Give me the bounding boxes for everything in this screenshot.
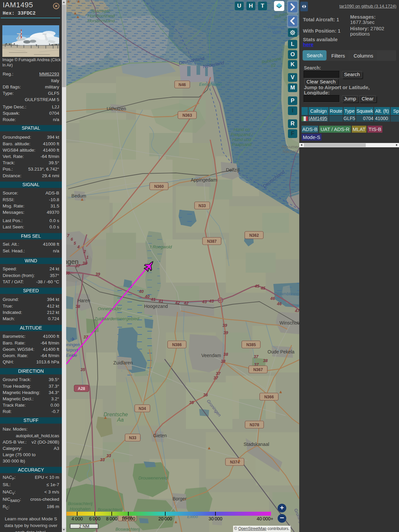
svg-text:N386: N386 <box>172 342 182 347</box>
svg-text:36: 36 <box>203 393 208 397</box>
svg-text:N360: N360 <box>154 184 164 189</box>
svg-text:Winschoten: Winschoten <box>279 320 299 326</box>
svg-text:45: 45 <box>254 284 260 289</box>
svg-text:Horsbornzand: Horsbornzand <box>87 13 115 18</box>
svg-text:2: 2 <box>83 249 86 254</box>
svg-text:46: 46 <box>270 296 275 301</box>
svg-text:N34: N34 <box>139 406 146 411</box>
svg-text:39: 39 <box>223 331 228 335</box>
svg-text:Oude Pekela: Oude Pekela <box>268 349 295 354</box>
svg-text:1: 1 <box>86 255 89 260</box>
svg-text:Oldambtmeer: Oldambtmeer <box>274 291 299 296</box>
svg-text:Paapzand /: Paapzand / <box>231 132 253 137</box>
svg-text:Drentsche: Drentsche <box>104 412 128 417</box>
svg-text:Paapsand: Paapsand <box>232 142 252 147</box>
svg-text:37: 37 <box>216 371 221 376</box>
svg-text:ngen: ngen <box>66 258 78 265</box>
svg-text:Uithuizen: Uithuizen <box>107 106 126 111</box>
svg-text:N385: N385 <box>246 342 256 347</box>
svg-text:N33: N33 <box>129 436 136 440</box>
svg-text:Bedum: Bedum <box>71 193 86 199</box>
svg-text:Rysumer: Rysumer <box>282 144 299 149</box>
svg-text:Borger: Borger <box>173 496 187 501</box>
svg-text:Boswachterij: Boswachterij <box>97 507 122 512</box>
svg-text:Hoogezand: Hoogezand <box>144 304 168 309</box>
svg-text:4: 4 <box>77 245 80 249</box>
svg-text:33: 33 <box>100 458 105 462</box>
svg-text:Hond en: Hond en <box>233 127 250 132</box>
svg-text:Delfzijl: Delfzijl <box>226 167 239 173</box>
svg-text:'t Roegwold: 't Roegwold <box>149 244 172 249</box>
svg-text:Boswachterij: Boswachterij <box>68 501 93 506</box>
svg-text:40: 40 <box>139 289 144 294</box>
svg-text:N366: N366 <box>264 395 274 399</box>
svg-text:Zuidlaardermeergebied: Zuidlaardermeergebied <box>94 316 139 321</box>
svg-text:Sparregat-: Sparregat- <box>91 8 111 13</box>
svg-text:Drouwenerveld: Drouwenerveld <box>138 475 168 480</box>
svg-text:36: 36 <box>66 271 70 276</box>
svg-text:Horsbornzand: Horsbornzand <box>87 18 115 23</box>
svg-text:Nacken: Nacken <box>283 149 297 154</box>
svg-text:Gieten: Gieten <box>153 433 167 438</box>
svg-text:33: 33 <box>106 454 111 458</box>
svg-text:35: 35 <box>189 400 194 405</box>
svg-text:35: 35 <box>80 367 85 372</box>
svg-text:39: 39 <box>95 272 100 277</box>
svg-text:41: 41 <box>151 297 156 302</box>
svg-text:39: 39 <box>222 323 227 328</box>
svg-text:Appingedam: Appingedam <box>191 177 217 183</box>
svg-text:37: 37 <box>213 376 218 380</box>
svg-text:37: 37 <box>254 354 259 359</box>
svg-text:Aa: Aa <box>117 417 124 423</box>
svg-text:Zuidlaren: Zuidlaren <box>113 360 133 365</box>
svg-text:N378: N378 <box>250 423 259 427</box>
svg-text:40: 40 <box>145 294 150 299</box>
svg-text:38: 38 <box>223 352 228 357</box>
svg-text:Watt: Watt <box>272 30 282 35</box>
svg-text:43: 43 <box>209 299 214 304</box>
svg-text:Haren: Haren <box>77 298 90 303</box>
svg-text:N46: N46 <box>179 82 186 87</box>
svg-text:Airport: Airport <box>66 347 78 352</box>
svg-text:N362: N362 <box>249 233 259 238</box>
svg-text:41: 41 <box>158 299 163 304</box>
svg-text:38: 38 <box>263 358 268 363</box>
svg-text:Onnerpolder: Onnerpolder <box>98 306 122 311</box>
svg-text:43: 43 <box>202 300 207 304</box>
svg-text:-Eelde: -Eelde <box>66 353 77 358</box>
svg-text:6: 6 <box>71 237 73 242</box>
svg-text:Eemshaven: Eemshaven <box>199 82 222 87</box>
svg-text:42: 42 <box>175 301 180 305</box>
svg-text:N33: N33 <box>199 203 206 208</box>
svg-text:N387: N387 <box>207 239 217 244</box>
svg-text:38: 38 <box>221 359 225 364</box>
svg-text:7: 7 <box>67 233 70 238</box>
svg-text:N374: N374 <box>230 460 240 465</box>
svg-text:N363: N363 <box>183 113 192 118</box>
svg-text:38: 38 <box>75 304 80 309</box>
svg-text:Pilsumer: Pilsumer <box>268 25 285 30</box>
svg-text:42: 42 <box>184 301 189 306</box>
svg-text:38: 38 <box>82 261 87 266</box>
svg-text:Hooghalen: Hooghalen <box>70 506 91 511</box>
svg-text:46: 46 <box>277 302 282 306</box>
svg-text:5: 5 <box>74 241 76 246</box>
svg-text:Veendam: Veendam <box>201 353 221 358</box>
svg-text:A28: A28 <box>78 386 85 391</box>
svg-text:45: 45 <box>260 286 266 291</box>
svg-text:✈: ✈ <box>70 336 75 342</box>
svg-text:47: 47 <box>295 309 299 313</box>
svg-text:Boswachterij: Boswachterij <box>115 527 140 532</box>
svg-text:Hund und: Hund und <box>232 137 251 142</box>
svg-text:37: 37 <box>83 335 88 339</box>
svg-text:Stadskanaal: Stadskanaal <box>243 442 269 447</box>
svg-text:roningen: roningen <box>66 342 80 347</box>
svg-text:N367: N367 <box>253 367 263 372</box>
